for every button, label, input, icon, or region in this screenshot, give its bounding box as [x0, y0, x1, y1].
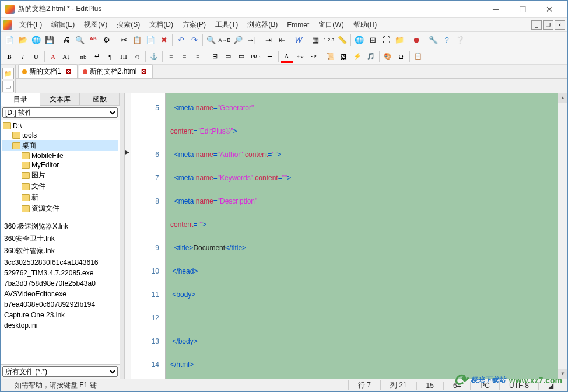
tree-item[interactable]: MobileFile — [2, 151, 118, 160]
folder-tree[interactable]: D:\tools桌面MobileFileMyEditor图片文件新资源文件 — [1, 120, 120, 219]
pre-button[interactable]: PRE — [248, 50, 263, 63]
column-marker-icon[interactable]: ▦ — [309, 34, 322, 47]
menu-search[interactable]: 搜索(S) — [112, 19, 145, 31]
file-item[interactable]: AVSVideoEditor.exe — [2, 289, 118, 299]
file-item[interactable]: 529762_TIM3.4.7.22085.exe — [2, 268, 118, 278]
tab-doc2[interactable]: 新的文档2.html ⊠ — [79, 64, 153, 78]
tree-item[interactable]: 桌面 — [2, 140, 118, 151]
menu-view[interactable]: 视图(V) — [79, 19, 112, 31]
menu-window[interactable]: 窗口(W) — [314, 19, 348, 31]
open-remote-icon[interactable]: 🌐 — [30, 34, 43, 47]
open-file-icon[interactable]: 📂 — [16, 34, 29, 47]
menu-emmet[interactable]: Emmet — [282, 20, 314, 30]
comment-button[interactable]: <! — [131, 50, 143, 63]
outdent-icon[interactable]: ⇤ — [275, 34, 288, 47]
minimize-button[interactable]: ─ — [482, 1, 509, 18]
p-button[interactable]: ¶ — [104, 50, 117, 63]
status-resize-grip[interactable]: ◢ — [538, 382, 563, 390]
spellcheck-icon[interactable]: ᴬᴮ — [87, 34, 100, 47]
menu-project[interactable]: 方案(P) — [178, 19, 211, 31]
table-icon[interactable]: ⊞ — [208, 50, 221, 63]
align-right-icon[interactable]: ≡ — [191, 50, 204, 63]
italic-button[interactable]: I — [16, 50, 29, 63]
tree-item[interactable]: 图片 — [2, 170, 118, 181]
copy-icon[interactable]: 📋 — [131, 34, 143, 47]
cut-icon[interactable]: ✂ — [117, 34, 130, 47]
file-item[interactable]: b7ea4038e0c60789292fb194 — [2, 299, 118, 310]
paste-icon[interactable]: 📄 — [144, 34, 157, 47]
font-size-button[interactable]: A↓ — [60, 50, 73, 63]
help-icon[interactable]: ? — [440, 34, 453, 47]
delete-icon[interactable]: ✖ — [157, 34, 170, 47]
tree-item[interactable]: tools — [2, 131, 118, 140]
preferences-icon[interactable]: ⚙ — [100, 34, 113, 47]
align-center-icon[interactable]: ≡ — [178, 50, 191, 63]
vertical-scrollbar[interactable] — [558, 93, 567, 379]
menu-tools[interactable]: 工具(T) — [211, 19, 243, 31]
bold-button[interactable]: B — [3, 50, 16, 63]
font-button[interactable]: A — [47, 50, 59, 63]
drive-selector[interactable]: [D:] 软件 — [2, 107, 118, 118]
nbsp-button[interactable]: nb — [77, 50, 90, 63]
line-number-icon[interactable]: 1 2 3 — [322, 34, 335, 47]
file-item[interactable]: 360 极速浏览器X.lnk — [2, 220, 118, 233]
flash-icon[interactable]: ⚡ — [351, 50, 364, 63]
code-editor[interactable]: 56789101112131415 <meta name="Generator"… — [131, 93, 558, 379]
tree-item[interactable]: 资源文件 — [2, 203, 118, 214]
mdi-minimize[interactable]: _ — [531, 20, 542, 30]
ruler-icon[interactable]: 📏 — [336, 34, 349, 47]
underline-button[interactable]: U — [30, 50, 43, 63]
heading-button[interactable]: HI — [117, 50, 130, 63]
tab-close-icon[interactable]: ⊠ — [66, 68, 71, 75]
tree-item[interactable]: MyEditor — [2, 160, 118, 170]
file-item[interactable]: 360软件管家.lnk — [2, 245, 118, 257]
file-item[interactable]: 7ba3d3758d98e70fe25b43a0 — [2, 278, 118, 289]
replace-icon[interactable]: A→B — [218, 34, 231, 47]
tree-item[interactable]: 文件 — [2, 181, 118, 192]
menu-file[interactable]: 文件(F) — [15, 19, 47, 31]
menu-help[interactable]: 帮助(H) — [349, 19, 382, 31]
new-file-icon[interactable]: 📄 — [3, 34, 16, 47]
anchor-button[interactable]: ⚓ — [148, 50, 160, 63]
print-preview-icon[interactable]: 🔍 — [73, 34, 86, 47]
code-content[interactable]: <meta name="Generator"content="EditPlus®… — [166, 93, 558, 379]
file-list[interactable]: 360 极速浏览器X.lnk360安全卫士.lnk360软件管家.lnk3cc3… — [1, 219, 120, 364]
word-wrap-icon[interactable]: W — [292, 34, 305, 47]
menu-document[interactable]: 文档(D) — [145, 19, 178, 31]
save-icon[interactable]: 💾 — [43, 34, 56, 47]
template-icon[interactable]: 📋 — [412, 50, 425, 63]
fullscreen-icon[interactable]: ⛶ — [380, 34, 392, 47]
sidebar-tab-directory[interactable]: 目录 — [1, 93, 40, 106]
script-icon[interactable]: 📜 — [324, 50, 337, 63]
list-icon[interactable]: ☰ — [264, 50, 276, 63]
char-map-icon[interactable]: Ω — [395, 50, 408, 63]
color-picker-icon[interactable]: 🎨 — [381, 50, 394, 63]
font-color-button[interactable]: A — [281, 50, 293, 63]
undo-icon[interactable]: ↶ — [174, 34, 187, 47]
redo-icon[interactable]: ↷ — [188, 34, 201, 47]
tab-close-icon[interactable]: ⊠ — [141, 68, 146, 75]
file-filter-selector[interactable]: 所有文件 (*.*) — [2, 366, 118, 377]
form-icon[interactable]: ▭ — [222, 50, 234, 63]
object-icon[interactable]: 🎵 — [364, 50, 377, 63]
mdi-restore[interactable]: ❐ — [543, 20, 553, 30]
window-list-icon[interactable]: ⊞ — [366, 34, 379, 47]
span-button[interactable]: SP — [307, 50, 320, 63]
menu-browser[interactable]: 浏览器(B) — [243, 19, 282, 31]
sidebar-tab-cliptext[interactable]: 文本库 — [40, 93, 80, 105]
directory-icon[interactable]: 📁 — [393, 34, 406, 47]
goto-line-icon[interactable]: →| — [245, 34, 258, 47]
close-button[interactable]: ✕ — [536, 1, 563, 18]
file-item[interactable]: 360安全卫士.lnk — [2, 233, 118, 245]
find-icon[interactable]: 🔍 — [205, 34, 218, 47]
menu-edit[interactable]: 编辑(E) — [47, 19, 79, 31]
file-item[interactable]: 3cc302532830f61c4a1843616 — [2, 257, 118, 268]
file-item[interactable]: Capture One 23.lnk — [2, 310, 118, 320]
tree-item[interactable]: 新 — [2, 192, 118, 203]
div-button[interactable]: div — [294, 50, 307, 63]
toggle-output-icon[interactable]: ▭ — [2, 80, 14, 92]
browser-preview-icon[interactable]: 🌐 — [353, 34, 366, 47]
br-button[interactable]: ↵ — [90, 50, 103, 63]
print-icon[interactable]: 🖨 — [60, 34, 73, 47]
toggle-directory-icon[interactable]: 📁 — [2, 68, 14, 79]
